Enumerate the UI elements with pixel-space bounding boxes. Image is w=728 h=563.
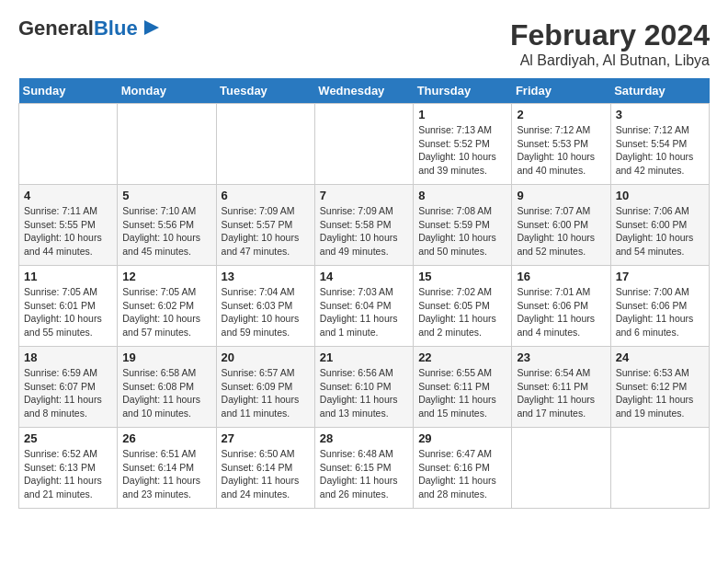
day-number: 26 bbox=[122, 431, 210, 445]
calendar-cell: 12Sunrise: 7:05 AM Sunset: 6:02 PM Dayli… bbox=[118, 266, 216, 347]
day-info: Sunrise: 7:10 AM Sunset: 5:56 PM Dayligh… bbox=[122, 204, 210, 259]
day-info: Sunrise: 6:47 AM Sunset: 6:16 PM Dayligh… bbox=[418, 447, 506, 501]
header-sunday: Sunday bbox=[19, 78, 118, 104]
calendar-cell: 3Sunrise: 7:12 AM Sunset: 5:54 PM Daylig… bbox=[610, 104, 709, 185]
calendar-cell: 19Sunrise: 6:58 AM Sunset: 6:08 PM Dayli… bbox=[118, 347, 216, 428]
day-info: Sunrise: 7:05 AM Sunset: 6:01 PM Dayligh… bbox=[24, 285, 112, 339]
day-info: Sunrise: 6:59 AM Sunset: 6:07 PM Dayligh… bbox=[24, 366, 112, 420]
day-info: Sunrise: 6:56 AM Sunset: 6:10 PM Dayligh… bbox=[320, 366, 408, 420]
day-info: Sunrise: 7:02 AM Sunset: 6:05 PM Dayligh… bbox=[418, 285, 506, 339]
day-info: Sunrise: 7:05 AM Sunset: 6:02 PM Dayligh… bbox=[122, 285, 210, 339]
day-number: 25 bbox=[24, 431, 112, 445]
day-number: 21 bbox=[320, 350, 408, 364]
day-info: Sunrise: 6:51 AM Sunset: 6:14 PM Dayligh… bbox=[122, 447, 210, 501]
day-info: Sunrise: 7:09 AM Sunset: 5:58 PM Dayligh… bbox=[320, 204, 408, 259]
day-number: 8 bbox=[418, 189, 506, 202]
logo: General Blue bbox=[18, 18, 161, 39]
calendar-week-5: 25Sunrise: 6:52 AM Sunset: 6:13 PM Dayli… bbox=[19, 428, 710, 509]
calendar-cell bbox=[118, 104, 216, 185]
day-number: 1 bbox=[418, 108, 506, 121]
logo-text-blue: Blue bbox=[94, 18, 138, 39]
day-number: 6 bbox=[222, 189, 310, 202]
logo-arrow-icon bbox=[141, 17, 161, 38]
day-number: 11 bbox=[24, 270, 112, 283]
title-block: February 2024 Al Bardiyah, Al Butnan, Li… bbox=[510, 18, 710, 69]
calendar-title: February 2024 bbox=[510, 18, 710, 52]
calendar-cell: 6Sunrise: 7:09 AM Sunset: 5:57 PM Daylig… bbox=[216, 185, 314, 266]
calendar-cell: 5Sunrise: 7:10 AM Sunset: 5:56 PM Daylig… bbox=[118, 185, 216, 266]
day-number: 18 bbox=[24, 350, 112, 364]
day-number: 20 bbox=[222, 350, 310, 364]
day-number: 4 bbox=[24, 189, 112, 202]
day-info: Sunrise: 6:55 AM Sunset: 6:11 PM Dayligh… bbox=[418, 366, 506, 420]
day-number: 12 bbox=[122, 270, 210, 283]
day-number: 29 bbox=[418, 431, 506, 445]
day-number: 13 bbox=[222, 270, 310, 283]
day-number: 10 bbox=[616, 189, 704, 202]
calendar-cell: 17Sunrise: 7:00 AM Sunset: 6:06 PM Dayli… bbox=[610, 266, 709, 347]
calendar-cell: 8Sunrise: 7:08 AM Sunset: 5:59 PM Daylig… bbox=[414, 185, 512, 266]
day-info: Sunrise: 7:01 AM Sunset: 6:06 PM Dayligh… bbox=[517, 285, 605, 339]
calendar-cell: 29Sunrise: 6:47 AM Sunset: 6:16 PM Dayli… bbox=[414, 428, 512, 509]
day-info: Sunrise: 6:58 AM Sunset: 6:08 PM Dayligh… bbox=[122, 366, 210, 420]
day-info: Sunrise: 6:52 AM Sunset: 6:13 PM Dayligh… bbox=[24, 447, 112, 501]
day-info: Sunrise: 7:12 AM Sunset: 5:54 PM Dayligh… bbox=[616, 123, 704, 178]
calendar-cell: 1Sunrise: 7:13 AM Sunset: 5:52 PM Daylig… bbox=[414, 104, 512, 185]
day-number: 19 bbox=[122, 350, 210, 364]
calendar-cell: 16Sunrise: 7:01 AM Sunset: 6:06 PM Dayli… bbox=[512, 266, 610, 347]
calendar-cell: 25Sunrise: 6:52 AM Sunset: 6:13 PM Dayli… bbox=[19, 428, 118, 509]
header-saturday: Saturday bbox=[610, 78, 709, 104]
day-number: 3 bbox=[616, 108, 704, 121]
day-number: 28 bbox=[320, 431, 408, 445]
calendar-cell: 4Sunrise: 7:11 AM Sunset: 5:55 PM Daylig… bbox=[19, 185, 118, 266]
day-info: Sunrise: 7:11 AM Sunset: 5:55 PM Dayligh… bbox=[24, 204, 112, 259]
calendar-cell: 20Sunrise: 6:57 AM Sunset: 6:09 PM Dayli… bbox=[216, 347, 314, 428]
day-number: 2 bbox=[517, 108, 605, 121]
day-info: Sunrise: 7:06 AM Sunset: 6:00 PM Dayligh… bbox=[616, 204, 704, 259]
day-number: 5 bbox=[122, 189, 210, 202]
calendar-week-1: 1Sunrise: 7:13 AM Sunset: 5:52 PM Daylig… bbox=[19, 104, 710, 185]
day-info: Sunrise: 7:00 AM Sunset: 6:06 PM Dayligh… bbox=[616, 285, 704, 339]
calendar-cell: 26Sunrise: 6:51 AM Sunset: 6:14 PM Dayli… bbox=[118, 428, 216, 509]
calendar-header: Sunday Monday Tuesday Wednesday Thursday… bbox=[19, 78, 710, 104]
calendar-table: Sunday Monday Tuesday Wednesday Thursday… bbox=[18, 78, 710, 509]
day-number: 7 bbox=[320, 189, 408, 202]
calendar-cell: 13Sunrise: 7:04 AM Sunset: 6:03 PM Dayli… bbox=[216, 266, 314, 347]
calendar-cell bbox=[19, 104, 118, 185]
header-tuesday: Tuesday bbox=[216, 78, 314, 104]
day-info: Sunrise: 6:48 AM Sunset: 6:15 PM Dayligh… bbox=[320, 447, 408, 501]
calendar-cell: 27Sunrise: 6:50 AM Sunset: 6:14 PM Dayli… bbox=[216, 428, 314, 509]
header-row: Sunday Monday Tuesday Wednesday Thursday… bbox=[19, 78, 710, 104]
calendar-cell: 2Sunrise: 7:12 AM Sunset: 5:53 PM Daylig… bbox=[512, 104, 610, 185]
day-info: Sunrise: 7:12 AM Sunset: 5:53 PM Dayligh… bbox=[517, 123, 605, 178]
day-info: Sunrise: 7:09 AM Sunset: 5:57 PM Dayligh… bbox=[222, 204, 310, 259]
calendar-cell: 18Sunrise: 6:59 AM Sunset: 6:07 PM Dayli… bbox=[19, 347, 118, 428]
day-info: Sunrise: 7:13 AM Sunset: 5:52 PM Dayligh… bbox=[418, 123, 506, 178]
day-info: Sunrise: 7:03 AM Sunset: 6:04 PM Dayligh… bbox=[320, 285, 408, 339]
day-number: 14 bbox=[320, 270, 408, 283]
day-number: 27 bbox=[222, 431, 310, 445]
header-thursday: Thursday bbox=[414, 78, 512, 104]
day-info: Sunrise: 6:54 AM Sunset: 6:11 PM Dayligh… bbox=[517, 366, 605, 420]
calendar-cell bbox=[512, 428, 610, 509]
header-friday: Friday bbox=[512, 78, 610, 104]
day-number: 22 bbox=[418, 350, 506, 364]
calendar-cell: 10Sunrise: 7:06 AM Sunset: 6:00 PM Dayli… bbox=[610, 185, 709, 266]
calendar-cell: 21Sunrise: 6:56 AM Sunset: 6:10 PM Dayli… bbox=[314, 347, 413, 428]
day-info: Sunrise: 7:04 AM Sunset: 6:03 PM Dayligh… bbox=[222, 285, 310, 339]
day-info: Sunrise: 7:08 AM Sunset: 5:59 PM Dayligh… bbox=[418, 204, 506, 259]
day-number: 15 bbox=[418, 270, 506, 283]
calendar-week-2: 4Sunrise: 7:11 AM Sunset: 5:55 PM Daylig… bbox=[19, 185, 710, 266]
day-info: Sunrise: 6:57 AM Sunset: 6:09 PM Dayligh… bbox=[222, 366, 310, 420]
day-info: Sunrise: 6:50 AM Sunset: 6:14 PM Dayligh… bbox=[222, 447, 310, 501]
day-number: 9 bbox=[517, 189, 605, 202]
day-number: 24 bbox=[616, 350, 704, 364]
calendar-subtitle: Al Bardiyah, Al Butnan, Libya bbox=[510, 52, 710, 69]
calendar-cell: 24Sunrise: 6:53 AM Sunset: 6:12 PM Dayli… bbox=[610, 347, 709, 428]
day-number: 23 bbox=[517, 350, 605, 364]
calendar-week-3: 11Sunrise: 7:05 AM Sunset: 6:01 PM Dayli… bbox=[19, 266, 710, 347]
calendar-cell: 15Sunrise: 7:02 AM Sunset: 6:05 PM Dayli… bbox=[414, 266, 512, 347]
calendar-cell: 9Sunrise: 7:07 AM Sunset: 6:00 PM Daylig… bbox=[512, 185, 610, 266]
header-wednesday: Wednesday bbox=[314, 78, 413, 104]
calendar-week-4: 18Sunrise: 6:59 AM Sunset: 6:07 PM Dayli… bbox=[19, 347, 710, 428]
